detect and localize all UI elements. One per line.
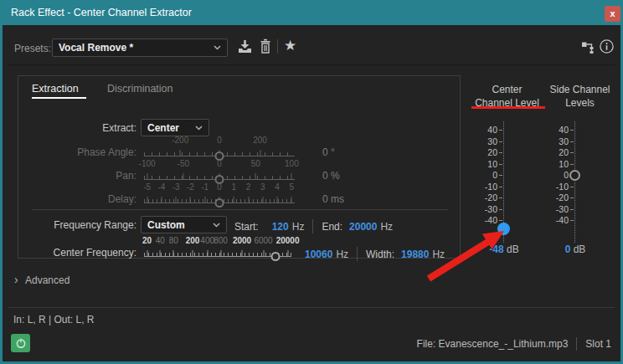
slider-tick-label: 40 [156,236,165,245]
slider-track[interactable] [144,249,291,257]
slider-major-tick [160,250,161,256]
center-frequency-value[interactable]: 10060 [305,249,332,260]
slider-major-tick [220,250,221,256]
meter-scale-label: 30 [545,136,569,146]
meter-scale-tick [570,197,574,198]
delay-label: Delay: [36,193,136,205]
pan-value: 0 % [322,170,340,182]
slider-tick-label: 3 [260,182,265,192]
slider-major-tick [147,250,147,256]
center-frequency-values: 10060 Hz Width: 19880 Hz [305,247,445,261]
slider-knob[interactable] [215,198,224,208]
chevron-down-icon [213,223,220,228]
phase-angle-value: 0 ° [322,146,335,158]
slider-tick-label: 0 [217,182,222,192]
power-icon [15,337,27,349]
start-value[interactable]: 120 [272,221,289,233]
slider-tick-label: 1 [231,182,236,192]
side-channel-levels-header: Side ChannelLevels [540,83,620,110]
slider-tick-label: 400 [200,236,214,245]
toolbar-divider [8,64,615,65]
meter-scale-label: -30 [474,204,497,214]
center-channel-level-slider[interactable]: 403020100-10-20-30-40 [474,121,517,247]
extract-dropdown-value: Center [147,122,179,134]
slot-text: Slot 1 [585,338,611,350]
slider-tick-label: 200 [186,236,200,245]
center-frequency-slider[interactable]: 2040802004008002000600020000 [144,236,291,262]
slider-tick-label: -3 [172,182,180,192]
meter-scale-tick [570,152,574,153]
slider-major-tick [147,197,147,203]
statusbar-divider [8,307,615,308]
meter-scale-tick [499,187,502,187]
meter-scale-tick [570,130,574,131]
meter-scale-label: -40 [474,215,497,225]
preset-dropdown[interactable]: Vocal Remove * [52,38,228,57]
meter-scale-label: -40 [545,215,569,225]
meter-scale-label: -10 [545,182,569,192]
meter-scale-tick [499,164,502,165]
frequency-range-dropdown[interactable]: Custom [141,216,227,233]
advanced-expander-chevron-icon[interactable]: › [14,273,18,286]
slider-knob[interactable] [270,252,280,261]
meter-scale-label: -10 [474,182,497,192]
meter-scale-tick [499,141,502,142]
slider-major-tick [291,197,292,203]
titlebar[interactable]: Rack Effect - Center Channel Extractor x [0,0,623,25]
center-frequency-label: Center Frequency: [36,247,136,259]
pan-slider[interactable]: -100-50050100 [144,159,295,185]
tab-extraction[interactable]: Extraction [32,83,79,95]
meter-track[interactable] [574,121,575,243]
slider-major-tick [147,173,147,179]
end-value[interactable]: 20000 [349,221,377,233]
slider-tick-label: 0 [217,159,222,168]
slider-tick-label: 800 [214,236,228,245]
file-status-row: File: Evanescence_-_Lithium.mp3 Slot 1 [417,337,611,351]
slider-major-tick [161,197,162,203]
info-icon[interactable] [599,38,615,54]
meter-scale-label: 20 [545,147,569,157]
meter-knob[interactable] [497,223,510,235]
slider-major-tick [291,173,292,179]
delete-preset-icon[interactable] [258,38,273,54]
slider-major-tick [263,250,264,256]
io-channels-text: In: L, R | Out: L, R [13,314,95,326]
side-channel-levels-value: 0 dB [546,244,605,255]
meter-scale-tick [499,175,502,176]
value-separator [312,219,313,233]
routing-icon[interactable] [581,40,595,54]
presets-label: Presets: [14,43,51,54]
panel-divider [32,209,448,210]
meter-scale-label: 10 [474,159,497,169]
meter-knob[interactable] [569,170,580,181]
extract-dropdown[interactable]: Center [141,119,209,136]
tab-extraction-underline [32,97,86,99]
close-button[interactable]: x [605,6,620,22]
side-channel-levels-slider[interactable]: 403020100-10-20-30-40 [545,121,589,247]
advanced-expander-label[interactable]: Advanced [25,274,70,286]
end-label: End: [322,221,342,233]
slider-tick-label: -50 [178,159,189,168]
slider-tick-label: -4 [157,182,165,192]
slider-major-tick [248,197,249,203]
phase-angle-slider[interactable]: -2000200 [144,136,295,161]
center-channel-level-value: -48 dB [475,244,533,255]
effect-power-toggle[interactable] [11,334,30,352]
meter-scale-label: 0 [474,170,497,180]
slider-tick-label: -2 [187,182,194,192]
slider-tick-label: 20000 [276,236,300,245]
frequency-range-values: Start: 120 Hz End: 20000 Hz [234,219,393,233]
meter-scale-tick [570,164,574,165]
save-preset-icon[interactable] [237,38,253,54]
delay-slider[interactable]: -5-4-3-2-1012345 [144,182,295,208]
meter-scale-tick [570,209,574,210]
meter-scale-label: 10 [545,159,569,169]
meter-scale-tick [499,197,502,198]
tab-discrimination[interactable]: Discrimination [107,83,173,95]
meter-scale-label: 40 [545,125,569,135]
chevron-down-icon [214,45,221,50]
slider-major-tick [255,173,256,179]
width-value[interactable]: 19880 [401,249,429,260]
value-separator [357,247,358,261]
favorite-star-icon[interactable]: ★ [284,38,296,54]
